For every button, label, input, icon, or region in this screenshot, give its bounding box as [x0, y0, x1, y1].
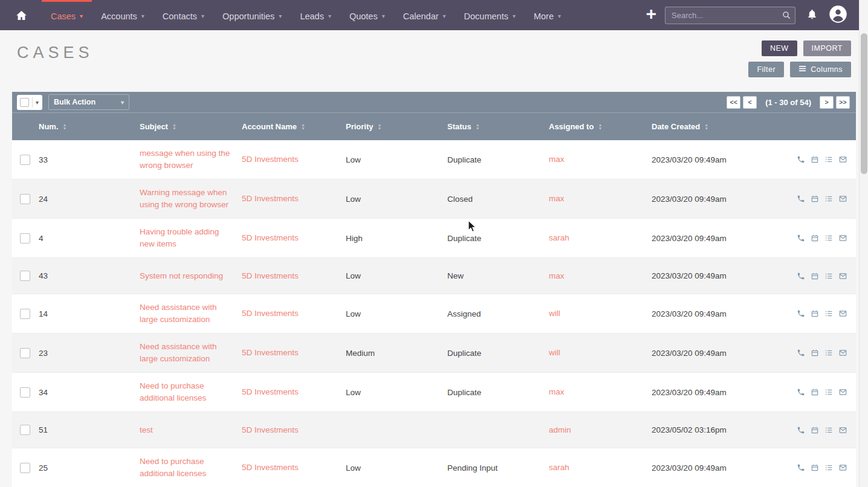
calendar-icon[interactable] [811, 388, 819, 396]
nav-tab-contacts[interactable]: Contacts ▾ [154, 0, 213, 30]
case-subject-link[interactable]: System not responding [140, 270, 223, 282]
quick-create-plus-icon[interactable]: + [646, 0, 665, 30]
assigned-user-link[interactable]: max [549, 193, 565, 205]
calendar-icon[interactable] [811, 349, 819, 357]
email-icon[interactable] [838, 155, 847, 164]
email-icon[interactable] [838, 463, 847, 472]
assigned-user-link[interactable]: max [549, 386, 565, 398]
user-avatar[interactable] [829, 5, 847, 26]
case-subject-link[interactable]: Need assistance with large customization [140, 341, 231, 365]
row-checkbox[interactable] [20, 155, 30, 165]
task-list-icon[interactable] [824, 195, 833, 203]
nav-tab-accounts[interactable]: Accounts ▾ [92, 0, 154, 30]
calendar-icon[interactable] [811, 234, 819, 242]
phone-icon[interactable] [797, 463, 805, 472]
search-icon[interactable] [782, 10, 791, 22]
case-subject-link[interactable]: Need to purchase additional licenses [140, 380, 231, 404]
calendar-icon[interactable] [811, 426, 819, 434]
phone-icon[interactable] [797, 388, 805, 396]
pagination-last-button[interactable]: >> [836, 96, 850, 109]
phone-icon[interactable] [797, 426, 805, 434]
calendar-icon[interactable] [811, 155, 819, 164]
assigned-user-link[interactable]: max [549, 153, 565, 166]
page-scrollbar[interactable] [859, 0, 868, 487]
task-list-icon[interactable] [824, 349, 833, 357]
phone-icon[interactable] [797, 155, 805, 164]
nav-tab-leads[interactable]: Leads ▾ [291, 0, 340, 30]
case-subject-link[interactable]: test [140, 424, 153, 436]
assigned-user-link[interactable]: sarah [549, 232, 569, 244]
task-list-icon[interactable] [824, 155, 833, 164]
row-checkbox[interactable] [20, 348, 30, 358]
calendar-icon[interactable] [811, 309, 819, 318]
column-header-status[interactable]: Status ▲▼ [447, 122, 549, 131]
row-checkbox[interactable] [20, 309, 30, 319]
account-name-link[interactable]: 5D Investments [242, 386, 299, 398]
assigned-user-link[interactable]: will [549, 347, 560, 359]
account-name-link[interactable]: 5D Investments [242, 347, 299, 359]
account-name-link[interactable]: 5D Investments [242, 424, 299, 436]
calendar-icon[interactable] [811, 195, 819, 203]
calendar-icon[interactable] [811, 463, 819, 472]
case-subject-link[interactable]: message when using the wrong browser [140, 147, 231, 172]
home-icon[interactable] [0, 0, 42, 30]
email-icon[interactable] [838, 234, 847, 242]
filter-button[interactable]: Filter [748, 62, 784, 77]
case-subject-link[interactable]: Need assistance with large customization [140, 302, 231, 326]
account-name-link[interactable]: 5D Investments [242, 308, 299, 320]
email-icon[interactable] [838, 309, 847, 318]
chevron-down-icon[interactable]: ▾ [36, 99, 40, 106]
nav-tab-quotes[interactable]: Quotes ▾ [340, 0, 394, 30]
email-icon[interactable] [838, 388, 847, 396]
nav-tab-opportunities[interactable]: Opportunities ▾ [213, 0, 291, 30]
bulk-action-dropdown[interactable]: Bulk Action ▾ [48, 94, 129, 110]
row-checkbox[interactable] [20, 425, 30, 435]
account-name-link[interactable]: 5D Investments [242, 193, 299, 205]
assigned-user-link[interactable]: admin [549, 424, 571, 436]
assigned-user-link[interactable]: max [549, 270, 565, 282]
new-button[interactable]: NEW [762, 40, 797, 56]
assigned-user-link[interactable]: will [549, 308, 560, 320]
nav-tab-cases[interactable]: Cases ▾ [42, 0, 92, 30]
task-list-icon[interactable] [824, 309, 833, 318]
row-checkbox[interactable] [20, 271, 30, 281]
phone-icon[interactable] [797, 349, 805, 357]
task-list-icon[interactable] [824, 426, 833, 434]
select-all-split-button[interactable]: ▾ [17, 95, 42, 110]
scrollbar-thumb[interactable] [861, 33, 867, 174]
column-header-assigned-to[interactable]: Assigned to ▲▼ [549, 122, 652, 131]
account-name-link[interactable]: 5D Investments [242, 270, 299, 282]
nav-tab-documents[interactable]: Documents ▾ [455, 0, 525, 30]
case-subject-link[interactable]: Need to purchase additional licenses [140, 456, 231, 480]
task-list-icon[interactable] [824, 272, 833, 280]
case-subject-link[interactable]: Warning message when using the wrong bro… [140, 187, 231, 211]
email-icon[interactable] [838, 426, 847, 434]
row-checkbox[interactable] [20, 233, 30, 244]
import-button[interactable]: IMPORT [803, 40, 851, 56]
column-header-priority[interactable]: Priority ▲▼ [346, 122, 447, 131]
account-name-link[interactable]: 5D Investments [242, 462, 299, 474]
nav-tab-calendar[interactable]: Calendar ▾ [394, 0, 455, 30]
pagination-prev-button[interactable]: < [743, 96, 757, 109]
email-icon[interactable] [838, 195, 847, 203]
email-icon[interactable] [838, 272, 847, 280]
nav-tab-more[interactable]: More ▾ [525, 0, 570, 30]
phone-icon[interactable] [797, 234, 805, 242]
calendar-icon[interactable] [811, 272, 819, 280]
task-list-icon[interactable] [824, 388, 833, 396]
email-icon[interactable] [838, 349, 847, 357]
row-checkbox[interactable] [20, 194, 30, 204]
account-name-link[interactable]: 5D Investments [242, 153, 299, 166]
pagination-first-button[interactable]: << [727, 96, 740, 109]
phone-icon[interactable] [797, 272, 805, 280]
column-header-subject[interactable]: Subject ▲▼ [140, 122, 242, 131]
assigned-user-link[interactable]: sarah [549, 462, 569, 474]
notifications-bell-icon[interactable] [806, 8, 818, 22]
column-header-date-created[interactable]: Date Created ▲▼ [652, 122, 766, 131]
phone-icon[interactable] [797, 309, 805, 318]
case-subject-link[interactable]: Having trouble adding new items [140, 226, 231, 250]
column-header-account-name[interactable]: Account Name ▲▼ [242, 122, 346, 131]
select-all-checkbox[interactable] [20, 98, 29, 107]
row-checkbox[interactable] [20, 387, 30, 398]
pagination-next-button[interactable]: > [820, 96, 834, 109]
